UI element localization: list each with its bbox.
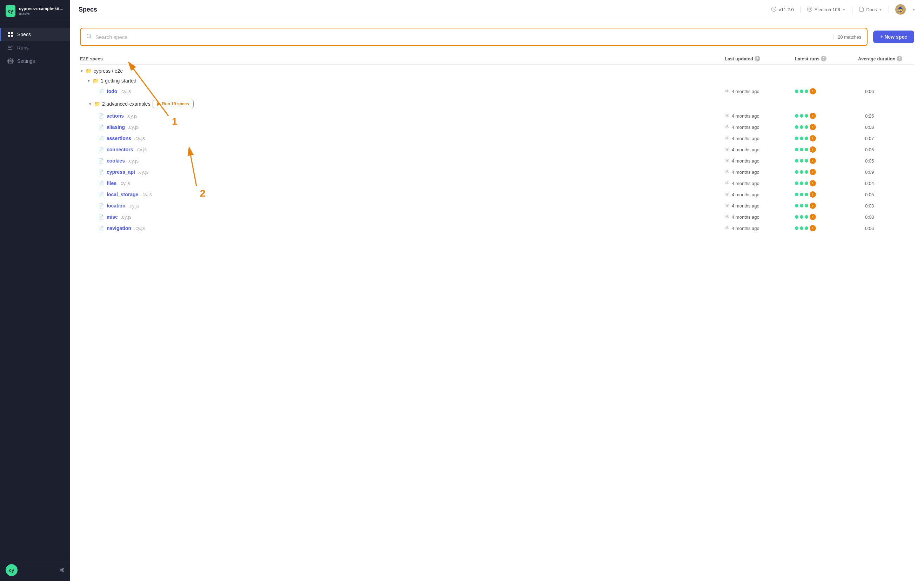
svg-rect-3 <box>11 35 13 37</box>
search-matches-count: 20 matches <box>833 35 861 40</box>
chevron-root: ▼ <box>80 69 84 73</box>
topbar-divider-3 <box>889 6 889 13</box>
settings-icon <box>7 58 14 64</box>
spec-ext-todo: .cy.js <box>120 88 131 94</box>
spec-row-todo[interactable]: 📄 todo .cy.js 👁 4 months ago ! <box>80 86 914 97</box>
avg-duration-assertions: 0:07 <box>858 136 914 141</box>
spec-row-navigation[interactable]: 📄 navigation .cy.js 👁 4 months ago <box>80 223 914 234</box>
spec-name-cell-aliasing: 📄 aliasing .cy.js <box>98 124 725 130</box>
version-label: v11.2.0 <box>779 7 794 12</box>
spec-name-cell-actions: 📄 actions .cy.js <box>98 113 725 119</box>
specs-table-header: E2E specs Last updated ? Latest runs ? A… <box>80 53 914 65</box>
latest-runs-help-icon[interactable]: ? <box>821 56 827 61</box>
folder-row-advanced-content: ▼ 📁 2-advanced-examples ▶ Run 19 specs <box>88 100 725 108</box>
browser-label: Electron 106 <box>815 7 840 12</box>
topbar: Specs v11.2.0 Electron 106 ▼ <box>70 0 924 19</box>
spec-row-files[interactable]: 📄 files .cy.js 👁 4 months ago ! <box>80 178 914 189</box>
spec-row-location[interactable]: 📄 location .cy.js 👁 4 months ago <box>80 200 914 211</box>
run-dot-warning-todo: ! <box>810 88 816 94</box>
version-icon <box>771 6 777 13</box>
run-dot-g1-actions <box>795 114 799 118</box>
sidebar-nav: Specs Runs Settings <box>0 22 70 559</box>
svg-point-11 <box>87 34 91 38</box>
docs-chevron: ▼ <box>879 8 882 12</box>
spec-row-cookies[interactable]: 📄 cookies .cy.js 👁 4 months ago <box>80 155 914 166</box>
run-dot-green-2-todo <box>800 89 804 93</box>
keyboard-shortcut-icon[interactable]: ⌘ <box>59 567 64 574</box>
spec-ext-actions: .cy.js <box>127 113 137 119</box>
last-updated-text-actions: 4 months ago <box>732 113 759 119</box>
app-logo: cy <box>6 5 15 17</box>
browser-selector[interactable]: Electron 106 ▼ <box>807 6 846 13</box>
last-updated-todo: 👁 4 months ago <box>725 88 795 94</box>
spec-row-local-storage[interactable]: 📄 local_storage .cy.js 👁 4 months ago <box>80 189 914 200</box>
spec-row-cypress-api[interactable]: 📄 cypress_api .cy.js 👁 4 months ago <box>80 166 914 178</box>
chevron-advanced: ▼ <box>88 102 92 106</box>
folder-children-getting-started: 📄 todo .cy.js 👁 4 months ago ! <box>80 86 914 97</box>
folder-icon-advanced: 📁 <box>94 101 100 107</box>
chevron-getting-started: ▼ <box>87 79 91 83</box>
sidebar-item-label-settings: Settings <box>17 58 35 64</box>
latest-runs-assertions: ! <box>795 135 858 141</box>
docs-icon <box>859 6 865 13</box>
cy-logo-badge: cy <box>6 564 18 576</box>
spec-name-todo: todo <box>107 88 117 94</box>
spec-row-aliasing[interactable]: 📄 aliasing .cy.js 👁 4 months ago <box>80 121 914 133</box>
avg-duration-todo: 0:06 <box>858 89 914 94</box>
spec-row-assertions[interactable]: 📄 assertions .cy.js 👁 4 months ago <box>80 133 914 144</box>
svg-rect-2 <box>8 35 10 37</box>
user-menu-chevron[interactable]: ▼ <box>912 8 916 12</box>
latest-runs-aliasing: ! <box>795 124 858 130</box>
topbar-right: v11.2.0 Electron 106 ▼ Docs ▼ 🧙 <box>771 4 916 15</box>
eye-icon-aliasing: 👁 <box>725 124 730 130</box>
run-btn-label: Run 19 specs <box>162 101 189 106</box>
folder-row-root[interactable]: ▼ 📁 cypress / e2e <box>80 66 914 76</box>
file-icon-actions: 📄 <box>98 113 104 119</box>
spec-ext-aliasing: .cy.js <box>128 124 139 130</box>
folder-row-advanced-grid: ▼ 📁 2-advanced-examples ▶ Run 19 specs <box>80 98 914 110</box>
search-icon <box>86 33 92 40</box>
run-dot-green-3-todo <box>805 89 808 93</box>
svg-rect-0 <box>8 32 10 34</box>
sidebar-item-specs[interactable]: Specs <box>0 28 70 41</box>
last-updated-assertions: 👁 4 months ago <box>725 136 795 141</box>
svg-rect-1 <box>11 32 13 34</box>
search-bar: 20 matches <box>80 28 868 46</box>
sidebar-project-info: cypress-example-kitch... master <box>19 6 64 15</box>
run-triangle-icon: ▶ <box>157 101 160 106</box>
sidebar-item-runs[interactable]: Runs <box>0 41 70 55</box>
eye-icon-todo: 👁 <box>725 88 730 94</box>
spec-name-assertions: assertions <box>107 136 131 141</box>
specs-icon <box>7 31 14 38</box>
last-updated-aliasing: 👁 4 months ago <box>725 124 795 130</box>
avg-duration-help-icon[interactable]: ? <box>897 56 902 61</box>
avg-duration-aliasing: 0:03 <box>858 125 914 130</box>
spec-name-cell-assertions: 📄 assertions .cy.js <box>98 136 725 141</box>
sidebar-item-settings[interactable]: Settings <box>0 55 70 68</box>
col-header-avg-duration: Average duration ? <box>858 56 914 61</box>
spec-row-misc[interactable]: 📄 misc .cy.js 👁 4 months ago ! <box>80 211 914 223</box>
last-updated-help-icon[interactable]: ? <box>754 56 760 61</box>
content-area: 20 matches + New spec E2E specs Last upd… <box>70 19 924 581</box>
folder-row-getting-started[interactable]: ▼ 📁 1-getting-started <box>80 76 914 86</box>
search-input[interactable] <box>96 34 833 40</box>
col-header-latest-runs: Latest runs ? <box>795 56 858 61</box>
folder-name-getting-started: 1-getting-started <box>101 78 137 84</box>
col-header-e2e-specs: E2E specs <box>80 56 725 61</box>
file-icon-aliasing: 📄 <box>98 125 104 130</box>
sidebar: cy cypress-example-kitch... master Specs… <box>0 0 70 581</box>
docs-link[interactable]: Docs ▼ <box>859 6 883 13</box>
user-avatar[interactable]: 🧙 <box>895 4 906 15</box>
docs-label: Docs <box>866 7 877 12</box>
folder-section-advanced: ▼ 📁 2-advanced-examples ▶ Run 19 specs <box>80 98 914 234</box>
project-branch: master <box>19 11 64 15</box>
spec-row-actions[interactable]: 📄 actions .cy.js 👁 4 months ago <box>80 110 914 121</box>
version-selector[interactable]: v11.2.0 <box>771 6 794 13</box>
run-dot-g2-actions <box>800 114 804 118</box>
spec-tree: ▼ 📁 cypress / e2e ▼ 📁 1-getting-started … <box>80 66 914 234</box>
file-icon-todo: 📄 <box>98 89 104 94</box>
new-spec-button[interactable]: + New spec <box>873 31 914 43</box>
run-19-specs-button[interactable]: ▶ Run 19 specs <box>153 100 194 108</box>
svg-point-10 <box>808 8 810 10</box>
spec-row-connectors[interactable]: 📄 connectors .cy.js 👁 4 months ago <box>80 144 914 155</box>
